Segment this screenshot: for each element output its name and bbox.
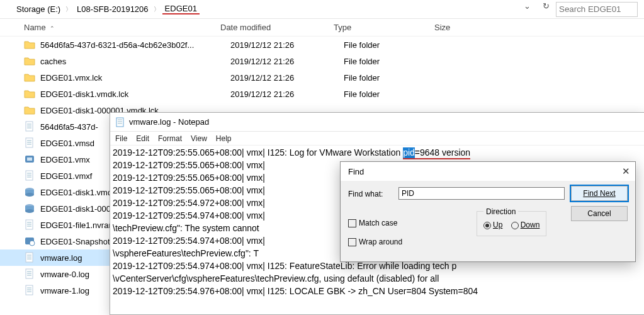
find-what-label: Find what: [348,190,383,198]
find-dialog: Find ✕ Find what: Find Next Cancel Match… [340,161,636,262]
svg-point-19 [25,209,34,213]
find-title: Find [348,167,364,176]
folder-icon [24,105,35,116]
checkbox-icon [348,238,356,246]
close-icon[interactable]: ✕ [622,166,630,177]
menu-format[interactable]: Format [158,134,182,143]
address-bar: Storage (E:) 〉 L08-SFB-20191206 〉 EDGE01… [0,0,644,19]
file-name: EDGE01.vmx.lck [40,73,230,83]
dropdown-icon[interactable]: ⌄ [518,1,536,18]
chevron-right-icon: 〉 [63,5,74,14]
breadcrumb[interactable]: Storage (E:) 〉 L08-SFB-20191206 〉 EDGE01 [0,4,516,14]
direction-legend: Direction [483,207,518,216]
crumb-current[interactable]: EDGE01 [162,4,200,14]
file-name: 564d6fa5-437d-6321-d56a-4cb62e3b02f... [40,40,230,50]
txt-icon [24,252,35,263]
vmdk-icon [24,186,35,198]
notepad-title: vmware.log - Notepad [129,117,209,127]
find-body: Find what: Find Next Cancel Match case W… [341,181,635,263]
file-name: EDGE01-disk1.vmdk.lck [40,89,230,99]
match-case-checkbox[interactable]: Match case [348,219,397,227]
svg-point-16 [25,193,34,197]
file-date: 2019/12/12 21:26 [230,73,344,83]
snap-icon [24,236,35,247]
checkbox-icon [348,219,356,227]
folder-icon [24,39,35,50]
file-row[interactable]: EDGE01.vmx.lck2019/12/12 21:26File folde… [0,69,644,86]
col-name[interactable]: Name⌃ [0,23,220,32]
column-headers: Name⌃ Date modified Type Size [0,19,644,37]
wrap-around-checkbox[interactable]: Wrap around [348,238,402,246]
file-type: File folder [344,89,444,99]
svg-rect-38 [116,118,123,127]
col-type[interactable]: Type [334,23,434,32]
notepad-icon [115,117,125,127]
file-name: caches [40,57,230,66]
address-controls: ⌄ ↻ [516,1,644,18]
file-row[interactable]: caches2019/12/12 21:26File folder [0,53,644,69]
file-row[interactable]: 564d6fa5-437d-6321-d56a-4cb62e3b02f...20… [0,37,644,53]
file-date: 2019/12/12 21:26 [230,40,344,50]
radio-icon [483,222,491,229]
notepad-menu: File Edit Format View Help [110,132,644,146]
folder-icon [24,55,35,67]
txt-icon [24,285,35,296]
refresh-icon[interactable]: ↻ [537,1,555,18]
cancel-button[interactable]: Cancel [571,206,628,221]
chevron-right-icon: 〉 [151,5,162,14]
file-date: 2019/12/12 21:26 [230,89,344,99]
sort-asc-icon: ⌃ [50,25,55,32]
notepad-titlebar[interactable]: vmware.log - Notepad [110,113,644,132]
crumb-storage[interactable]: Storage (E:) [14,4,63,14]
file-type: File folder [344,73,444,83]
folder-icon [24,72,35,83]
find-next-button[interactable]: Find Next [571,186,628,201]
svg-point-25 [30,241,35,246]
file-date: 2019/12/12 21:26 [230,57,344,66]
menu-view[interactable]: View [191,134,207,143]
crumb-project[interactable]: L08-SFB-20191206 [74,4,150,14]
vmdk-icon [24,203,35,214]
radio-up[interactable]: Up [483,220,502,229]
find-titlebar[interactable]: Find ✕ [341,162,635,181]
radio-icon [511,222,519,229]
file-icon [24,137,35,149]
file-type: File folder [344,57,444,66]
txt-icon [24,268,35,280]
direction-group: Direction Up Down [477,211,546,236]
file-icon [24,170,35,181]
folder-icon [24,88,35,100]
find-what-input[interactable] [398,187,565,200]
col-size[interactable]: Size [434,23,510,32]
radio-down[interactable]: Down [511,220,540,229]
menu-help[interactable]: Help [216,134,232,143]
txt-icon [24,219,35,231]
col-date[interactable]: Date modified [220,23,334,32]
file-row[interactable]: EDGE01-disk1.vmdk.lck2019/12/12 21:26Fil… [0,86,644,102]
menu-file[interactable]: File [115,134,127,143]
selection-pid: pid [403,147,415,159]
file-type: File folder [344,40,444,50]
txt-icon [24,121,35,132]
vmx-icon [24,154,35,165]
search-input[interactable] [556,2,638,17]
svg-rect-9 [27,158,32,161]
menu-edit[interactable]: Edit [136,134,149,143]
